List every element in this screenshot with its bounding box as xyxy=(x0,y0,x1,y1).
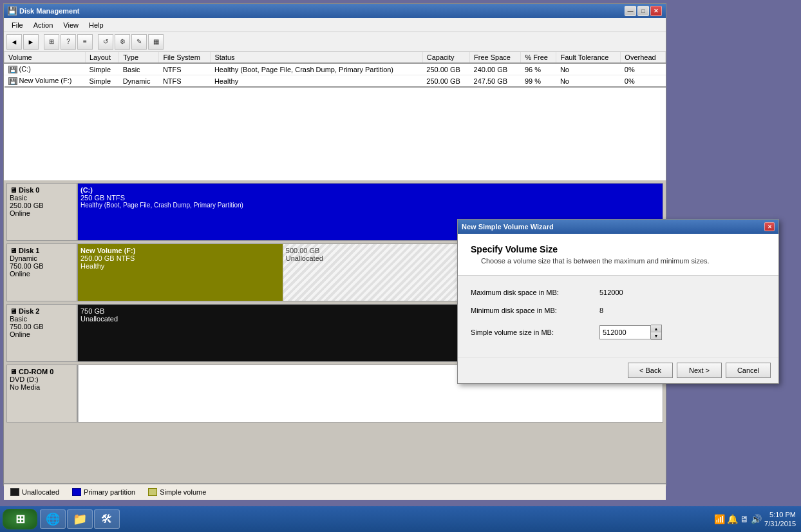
menu-file[interactable]: File xyxy=(6,20,28,30)
refresh-button[interactable]: ↺ xyxy=(98,34,113,50)
taskbar-right: 📶 🔔 🖥 🔊 5:10 PM 7/31/2015 xyxy=(714,510,798,529)
wizard-field-min: Minimum disk space in MB: 8 xyxy=(471,307,766,314)
wizard-title-bar: New Simple Volume Wizard ✕ xyxy=(458,220,778,234)
wizard-field-size: Simple volume size in MB: ▲ ▼ xyxy=(471,325,766,340)
legend-simple-box xyxy=(148,488,157,496)
next-button[interactable]: Next > xyxy=(677,363,722,378)
part-detail2: Healthy (Boot, Page File, Crash Dump, Pr… xyxy=(80,202,660,209)
wizard-close-button[interactable]: ✕ xyxy=(764,222,775,231)
legend-primary-box xyxy=(72,488,81,496)
part-label: New Volume (F:) xyxy=(80,247,280,254)
title-bar-controls: — □ ✕ xyxy=(625,6,662,16)
cell-status: Healthy (Boot, Page File, Crash Dump, Pr… xyxy=(211,63,422,75)
tray-sound-icon: 🔊 xyxy=(751,514,762,524)
disk-type: Basic xyxy=(10,194,74,202)
back-button[interactable]: ◄ xyxy=(6,34,22,50)
menu-help[interactable]: Help xyxy=(84,20,109,30)
view-button[interactable]: ⊞ xyxy=(44,34,59,50)
legend-primary-label: Primary partition xyxy=(84,488,135,496)
legend-unallocated: Unallocated xyxy=(10,488,59,496)
edit-button[interactable]: ✎ xyxy=(131,34,147,50)
part-detail2: Healthy xyxy=(80,262,280,270)
legend-simple: Simple volume xyxy=(148,488,206,496)
cell-fault: No xyxy=(556,63,621,75)
disk-status: Online xyxy=(10,270,74,278)
col-layout[interactable]: Layout xyxy=(85,52,118,64)
disk-size: 750.00 GB xyxy=(10,323,74,330)
cell-overhead: 0% xyxy=(621,75,666,88)
taskbar-folder-icon[interactable]: 📁 xyxy=(67,509,93,529)
wizard-heading: Specify Volume Size xyxy=(471,244,766,254)
cell-freespace: 247.50 GB xyxy=(470,75,521,88)
cell-volume: 💾(C:) xyxy=(5,63,86,75)
cell-type: Basic xyxy=(119,63,159,75)
disk-size: 250.00 GB xyxy=(10,202,74,209)
taskbar-tool-icon[interactable]: 🛠 xyxy=(94,509,120,529)
disk-size: 750.00 GB xyxy=(10,262,74,270)
cell-fault: No xyxy=(556,75,621,88)
tray-icons: 📶 🔔 🖥 🔊 xyxy=(714,514,762,524)
disk-status: No Media xyxy=(10,383,74,391)
disk-label: 🖥 Disk 0 Basic 250.00 GB Online xyxy=(6,183,77,241)
col-filesystem[interactable]: File System xyxy=(159,52,211,64)
partition[interactable]: New Volume (F:)250.00 GB NTFSHealthy xyxy=(78,244,283,301)
col-fault[interactable]: Fault Tolerance xyxy=(556,52,621,64)
settings-button[interactable]: ⚙ xyxy=(115,34,130,50)
minimize-button[interactable]: — xyxy=(625,6,636,16)
menu-view[interactable]: View xyxy=(58,20,84,30)
cell-pctfree: 99 % xyxy=(521,75,556,88)
taskbar: ⊞ 🌐 📁 🛠 📶 🔔 🖥 🔊 5:10 PM 7/31/2015 xyxy=(0,506,801,532)
cell-status: Healthy xyxy=(211,75,422,88)
col-capacity[interactable]: Capacity xyxy=(422,52,469,64)
wizard-content: Specify Volume Size Choose a volume size… xyxy=(458,234,778,276)
cell-filesystem: NTFS xyxy=(159,63,211,75)
col-freespace[interactable]: Free Space xyxy=(470,52,521,64)
spin-up-button[interactable]: ▲ xyxy=(651,325,661,332)
col-volume[interactable]: Volume xyxy=(5,52,86,64)
table-row[interactable]: 💾(C:) Simple Basic NTFS Healthy (Boot, P… xyxy=(5,63,666,75)
wizard-subheading: Choose a volume size that is between the… xyxy=(481,257,766,265)
cancel-button[interactable]: Cancel xyxy=(726,363,771,378)
disk-name: 🖥 CD-ROM 0 xyxy=(10,368,74,375)
legend-simple-label: Simple volume xyxy=(160,488,206,496)
taskbar-ie-icon[interactable]: 🌐 xyxy=(40,509,66,529)
col-type[interactable]: Type xyxy=(119,52,159,64)
disk-type: DVD (D:) xyxy=(10,375,74,383)
disk-name: 🖥 Disk 1 xyxy=(10,247,74,254)
start-button[interactable]: ⊞ xyxy=(3,509,37,529)
wizard-max-label: Maximum disk space in MB: xyxy=(471,289,599,296)
list-button[interactable]: ≡ xyxy=(77,34,93,50)
forward-button[interactable]: ► xyxy=(23,34,39,50)
maximize-button[interactable]: □ xyxy=(637,6,649,16)
chart-button[interactable]: ▦ xyxy=(148,34,164,50)
help-toolbar-button[interactable]: ? xyxy=(61,34,76,50)
wizard-field-max: Maximum disk space in MB: 512000 xyxy=(471,289,766,296)
disk-label: 🖥 Disk 2 Basic 750.00 GB Online xyxy=(6,304,77,362)
legend-unallocated-label: Unallocated xyxy=(22,488,59,496)
wizard-size-input[interactable] xyxy=(599,325,651,339)
volume-table: Volume Layout Type File System Status Ca… xyxy=(4,52,666,88)
wizard-min-value: 8 xyxy=(599,307,603,314)
disk-status: Online xyxy=(10,330,74,338)
tray-flag-icon: 🔔 xyxy=(727,514,738,524)
cell-filesystem: NTFS xyxy=(159,75,211,88)
spin-down-button[interactable]: ▼ xyxy=(651,332,661,339)
cell-freespace: 240.00 GB xyxy=(470,63,521,75)
disk-label: 🖥 Disk 1 Dynamic 750.00 GB Online xyxy=(6,243,77,301)
table-row[interactable]: 💾New Volume (F:) Simple Dynamic NTFS Hea… xyxy=(5,75,666,88)
wizard-dialog: New Simple Volume Wizard ✕ Specify Volum… xyxy=(457,219,779,384)
cell-layout: Simple xyxy=(85,75,118,88)
tray-network-icon: 📶 xyxy=(714,514,725,524)
back-button[interactable]: < Back xyxy=(628,363,673,378)
cell-capacity: 250.00 GB xyxy=(422,63,469,75)
col-overhead[interactable]: Overhead xyxy=(621,52,666,64)
col-pctfree[interactable]: % Free xyxy=(521,52,556,64)
disk-label: 🖥 CD-ROM 0 DVD (D:) No Media xyxy=(6,365,77,423)
spinner-buttons: ▲ ▼ xyxy=(651,325,662,340)
menu-action[interactable]: Action xyxy=(28,20,59,30)
disk-name: 🖥 Disk 0 xyxy=(10,186,74,194)
wizard-size-spinner[interactable]: ▲ ▼ xyxy=(599,325,662,340)
close-button[interactable]: ✕ xyxy=(650,6,662,16)
col-status[interactable]: Status xyxy=(211,52,422,64)
cell-volume: 💾New Volume (F:) xyxy=(5,75,86,88)
